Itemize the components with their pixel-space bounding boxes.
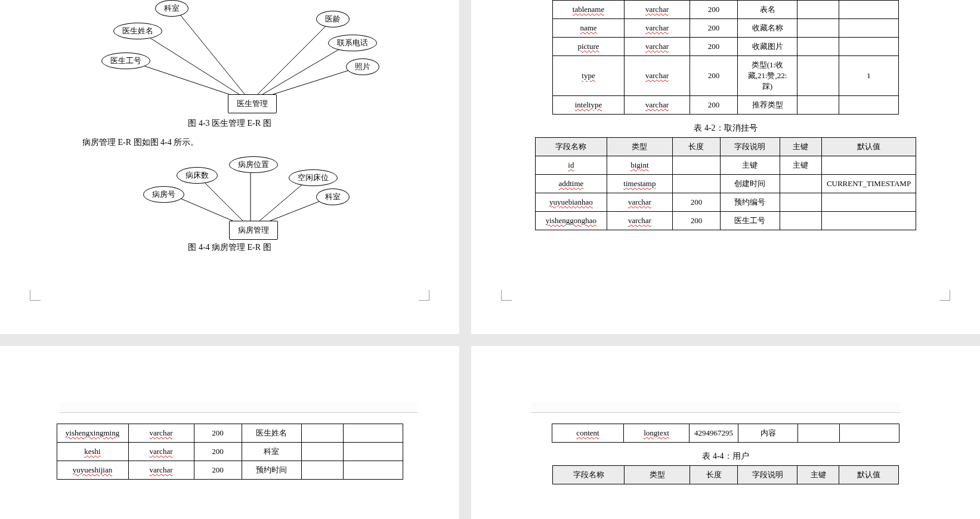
table-cell: 推荐类型: [738, 96, 797, 115]
table-cell: [797, 96, 839, 115]
svg-line-0: [173, 6, 251, 101]
table-cell: 200: [690, 96, 738, 115]
table-cell: varchar: [625, 38, 690, 56]
svg-line-4: [251, 42, 352, 101]
ruler: [60, 402, 418, 413]
table-cell: 收藏名称: [738, 19, 797, 38]
table-cell: 医生工号: [720, 212, 780, 230]
table-row: idbigint主键主键: [535, 156, 916, 175]
table-cell: 200: [690, 19, 738, 38]
page-bottom-right: contentlongtext4294967295内容 表 4-4：用户 字段名…: [471, 346, 980, 519]
table-cell: bigint: [607, 156, 672, 175]
table-header-cell: 长度: [690, 466, 738, 484]
table-cell: [301, 443, 343, 461]
table-cell: yuyueshijian: [57, 461, 128, 480]
table-row: addtimetimestamp创建时间CURRENT_TIMESTAMP: [535, 175, 916, 193]
db-table-2: 字段名称类型长度字段说明主键默认值idbigint主键主键addtimetime…: [535, 137, 916, 230]
table-cell: [780, 193, 821, 212]
db-table-4: contentlongtext4294967295内容: [552, 424, 899, 443]
table-cell: CURRENT_TIMESTAMP: [821, 175, 916, 193]
er-attr: 科室: [155, 0, 188, 17]
er-attr: 病房号: [143, 186, 184, 203]
table-cell: yuyuebianhao: [535, 193, 607, 212]
table-cell: 科室: [242, 443, 301, 461]
svg-line-1: [137, 30, 251, 101]
table-cell: name: [553, 19, 625, 38]
table-header-cell: 长度: [672, 138, 720, 156]
er-attr: 空闲床位: [289, 169, 338, 186]
table-header-cell: 字段名称: [535, 138, 607, 156]
table-header-cell: 默认值: [821, 138, 916, 156]
table-caption: 表 4-2：取消挂号: [471, 123, 980, 134]
table-cell: [821, 156, 916, 175]
svg-line-3: [251, 18, 334, 101]
table-row: namevarchar200收藏名称: [553, 19, 899, 38]
table-cell: [839, 96, 899, 115]
table-cell: varchar: [625, 1, 690, 19]
table-cell: picture: [553, 38, 625, 56]
table-cell: [840, 424, 899, 443]
table-cell: 表名: [738, 1, 797, 19]
table-cell: varchar: [128, 443, 194, 461]
table-cell: [797, 38, 839, 56]
table-cell: varchar: [625, 56, 690, 96]
table-cell: [672, 156, 720, 175]
table-cell: varchar: [607, 193, 672, 212]
table-header-cell: 类型: [625, 466, 690, 484]
table-cell: [821, 193, 916, 212]
table-cell: [301, 461, 343, 480]
table-cell: [343, 461, 403, 480]
table-row: picturevarchar200收藏图片: [553, 38, 899, 56]
table-cell: 主键: [780, 156, 821, 175]
er-attr: 医龄: [316, 11, 350, 27]
table-cell: 1: [839, 56, 899, 96]
ruler: [531, 402, 901, 413]
page-top-left: 科室 医生姓名 医生工号 医龄 联系电话 照片 医生管理 图 4-3 医生管理 …: [0, 0, 459, 334]
table-cell: varchar: [128, 461, 194, 480]
table-cell: [839, 19, 899, 38]
table-cell: [672, 175, 720, 193]
er-attr: 病房位置: [229, 156, 278, 173]
table-cell: varchar: [128, 424, 194, 443]
table-row: yishengxingmingvarchar200医生姓名: [57, 424, 403, 443]
table-cell: [839, 38, 899, 56]
table-cell: [798, 424, 840, 443]
er-entity: 医生管理: [228, 94, 277, 113]
table-cell: 200: [194, 443, 242, 461]
table-cell: 200: [672, 193, 720, 212]
table-cell: 类型(1:收藏,21:赞,22:踩): [738, 56, 797, 96]
table-row: yishenggonghaovarchar200医生工号: [535, 212, 916, 230]
table-row: yuyuebianhaovarchar200预约编号: [535, 193, 916, 212]
table-cell: [780, 212, 821, 230]
table-cell: 预约编号: [720, 193, 780, 212]
table-cell: 创建时间: [720, 175, 780, 193]
er-attr: 医生姓名: [113, 23, 162, 39]
db-table-3: yishengxingmingvarchar200医生姓名keshivarcha…: [57, 424, 403, 480]
table-header-cell: 字段说明: [738, 466, 797, 484]
table-header-cell: 默认值: [839, 466, 899, 484]
table-cell: [797, 56, 839, 96]
page-corner-mark: [939, 290, 950, 301]
table-cell: 200: [690, 1, 738, 19]
page-top-right: tablenamevarchar200表名namevarchar200收藏名称p…: [471, 0, 980, 334]
table-cell: [301, 424, 343, 443]
table-cell: 主键: [720, 156, 780, 175]
figure-caption: 图 4-4 病房管理 E-R 图: [0, 242, 459, 253]
table-cell: content: [552, 424, 624, 443]
er-attr: 科室: [316, 189, 350, 205]
table-header-cell: 字段名称: [553, 466, 625, 484]
body-text: 病房管理 E-R 图如图 4-4 所示。: [0, 137, 459, 148]
table-cell: longtext: [624, 424, 690, 443]
table-cell: varchar: [625, 19, 690, 38]
table-cell: yishengxingming: [57, 424, 128, 443]
table-cell: [780, 175, 821, 193]
table-cell: 200: [194, 461, 242, 480]
table-cell: keshi: [57, 443, 128, 461]
table-cell: 内容: [738, 424, 798, 443]
table-row: yuyueshijianvarchar200预约时间: [57, 461, 403, 480]
table-row: tablenamevarchar200表名: [553, 1, 899, 19]
table-cell: [839, 1, 899, 19]
table-cell: 200: [194, 424, 242, 443]
table-cell: 200: [690, 56, 738, 96]
page-corner-mark: [30, 290, 41, 301]
